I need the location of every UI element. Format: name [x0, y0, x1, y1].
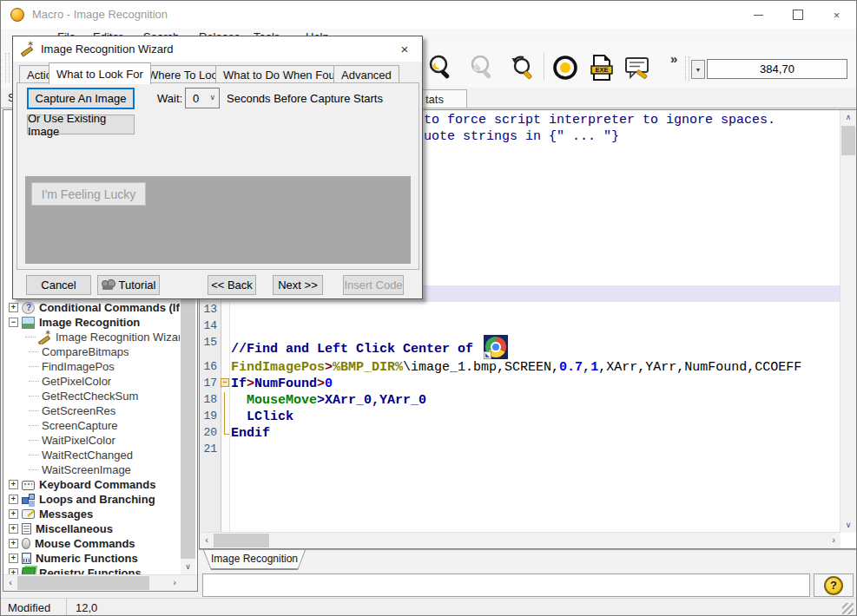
- editor-scroll-down-arrow[interactable]: ∨: [841, 518, 856, 533]
- tree-item[interactable]: GetPixelColor: [3, 374, 180, 389]
- code-line-14[interactable]: 14: [200, 318, 840, 335]
- fold-collapse-icon[interactable]: −: [221, 378, 229, 387]
- editor-scroll-left-arrow[interactable]: ‹: [200, 533, 214, 548]
- coord-toolbar-gripper[interactable]: [685, 56, 689, 81]
- feeling-lucky-button[interactable]: I'm Feeling Lucky: [31, 182, 146, 206]
- tree-item-label[interactable]: Loops and Branching: [39, 493, 155, 506]
- next-button[interactable]: Next >>: [273, 275, 323, 295]
- toolbar-gripper[interactable]: [5, 53, 10, 82]
- tree-scroll-left-arrow[interactable]: ‹: [3, 575, 17, 591]
- refind-image-button[interactable]: [507, 51, 540, 84]
- expand-icon[interactable]: +: [9, 495, 18, 504]
- help-button[interactable]: ?: [824, 576, 843, 595]
- editor-scroll-right-arrow[interactable]: ›: [827, 533, 841, 548]
- tab-what-to-look-for[interactable]: What to Look For: [49, 62, 151, 84]
- tree-item[interactable]: WaitScreenImage: [3, 462, 180, 477]
- tree-item[interactable]: +Keyboard Commands: [3, 477, 180, 492]
- dialog-close-button[interactable]: ×: [394, 40, 415, 59]
- tree-item-label[interactable]: Keyboard Commands: [39, 478, 155, 491]
- code-line-15[interactable]: 15//Find and Left Click Center of: [200, 335, 840, 359]
- tree-item[interactable]: +Numeric Functions: [3, 551, 180, 566]
- tree-item[interactable]: +Messages: [3, 507, 180, 521]
- tree-horizontal-scrollbar[interactable]: ‹ ›: [3, 574, 197, 591]
- tree-item[interactable]: +Conditional Commands (If...: [3, 300, 180, 315]
- tree-item[interactable]: Image Recognition Wizar: [3, 330, 180, 344]
- document-tab[interactable]: Image Recognition: [203, 550, 306, 570]
- coordinate-box[interactable]: 384,70: [707, 59, 847, 79]
- minimize-button[interactable]: [739, 1, 778, 29]
- tree-item[interactable]: −Image Recognition: [3, 315, 180, 330]
- expand-icon[interactable]: +: [9, 524, 18, 534]
- tutorial-button[interactable]: Tutorial: [97, 275, 160, 295]
- find-next-image-button[interactable]: [466, 51, 499, 84]
- find-image-button[interactable]: [425, 51, 458, 84]
- tree-item-label[interactable]: GetRectCheckSum: [42, 390, 138, 403]
- tab-fragment-stats[interactable]: tats: [423, 89, 467, 108]
- record-icon: [550, 52, 581, 83]
- editor-horizontal-scrollbar[interactable]: ‹ ›: [200, 532, 841, 548]
- tree-item-label[interactable]: Mouse Commands: [35, 537, 135, 550]
- tree-item[interactable]: +Mouse Commands: [3, 536, 180, 551]
- back-button[interactable]: << Back: [208, 275, 256, 295]
- use-existing-image-button[interactable]: Or Use Existing Image: [27, 115, 135, 134]
- tree-item[interactable]: CompareBitmaps: [3, 344, 180, 359]
- code-line-18[interactable]: 18 MouseMove>XArr_0,YArr_0: [200, 392, 840, 409]
- code-line-20[interactable]: 20Endif: [200, 425, 840, 442]
- tree-item-label[interactable]: GetPixelColor: [42, 375, 111, 388]
- code-line-17[interactable]: 17−If>NumFound>0: [200, 376, 840, 392]
- find-image-icon: [425, 52, 457, 83]
- editor-hscroll-thumb[interactable]: [214, 534, 269, 547]
- tree-item-label[interactable]: Conditional Commands (If...: [39, 301, 180, 314]
- resize-grip[interactable]: [842, 603, 854, 614]
- coord-dropdown-button[interactable]: ▼: [691, 60, 705, 79]
- record-button[interactable]: [549, 51, 582, 84]
- tree-item-label[interactable]: Miscellaneous: [36, 522, 113, 535]
- insert-code-button[interactable]: Insert Code: [343, 275, 404, 295]
- tree-item-label[interactable]: Image Recognition Wizar: [56, 331, 180, 344]
- tree-scroll-right-arrow[interactable]: ›: [168, 575, 181, 591]
- tree-item[interactable]: ScreenCapture: [3, 418, 180, 433]
- close-button[interactable]: ×: [817, 1, 856, 29]
- tab-advanced[interactable]: Advanced: [333, 65, 399, 83]
- expand-icon[interactable]: +: [9, 509, 18, 519]
- collapse-icon[interactable]: −: [9, 318, 18, 327]
- tree-scroll-down-arrow[interactable]: ∨: [181, 560, 195, 574]
- tree-item-label[interactable]: CompareBitmaps: [42, 345, 129, 358]
- tree-hscroll-thumb[interactable]: [17, 576, 149, 590]
- feedback-button[interactable]: [621, 51, 654, 84]
- tree-item[interactable]: WaitPixelColor: [3, 433, 180, 448]
- tree-item[interactable]: GetRectCheckSum: [3, 389, 180, 403]
- code-line-16[interactable]: 16FindImagePos>%BMP_DIR%\image_1.bmp,SCR…: [200, 359, 840, 376]
- compile-exe-icon: EXE: [585, 52, 616, 83]
- wait-dropdown[interactable]: 0 ∨: [185, 88, 220, 108]
- editor-vscroll-thumb[interactable]: [841, 126, 855, 155]
- toolbar-overflow-chevron[interactable]: »: [670, 51, 677, 66]
- expand-icon[interactable]: +: [9, 480, 18, 489]
- tree-item[interactable]: +Miscellaneous: [3, 521, 180, 536]
- editor-scroll-up-arrow[interactable]: ∧: [841, 110, 856, 125]
- capture-an-image-button[interactable]: Capture An Image: [27, 88, 135, 109]
- expand-icon[interactable]: +: [9, 554, 18, 563]
- tree-item-label[interactable]: WaitRectChanged: [42, 449, 133, 462]
- tree-item-label[interactable]: FindImagePos: [42, 360, 115, 373]
- tree-item[interactable]: FindImagePos: [3, 359, 180, 374]
- tree-item-label[interactable]: WaitPixelColor: [42, 434, 115, 447]
- compile-exe-button[interactable]: EXE: [584, 51, 617, 84]
- tree-item[interactable]: GetScreenRes: [3, 403, 180, 418]
- tree-item-label[interactable]: ScreenCapture: [42, 419, 117, 432]
- tree-item[interactable]: +Loops and Branching: [3, 492, 180, 507]
- editor-vertical-scrollbar[interactable]: ∧ ∨: [840, 110, 856, 533]
- tree-item-label[interactable]: GetScreenRes: [42, 404, 115, 417]
- tree-item-label[interactable]: WaitScreenImage: [42, 463, 131, 476]
- tree-item-label[interactable]: Numeric Functions: [36, 552, 138, 565]
- expand-icon[interactable]: +: [9, 303, 18, 312]
- code-line-13[interactable]: 13: [200, 302, 840, 318]
- code-line-19[interactable]: 19 LClick: [200, 409, 840, 425]
- tree-item[interactable]: WaitRectChanged: [3, 448, 180, 462]
- maximize-button[interactable]: [778, 1, 817, 29]
- tree-item-label[interactable]: Messages: [39, 508, 93, 521]
- expand-icon[interactable]: +: [9, 539, 18, 548]
- cancel-button[interactable]: Cancel: [26, 275, 91, 295]
- tree-item-label[interactable]: Image Recognition: [39, 316, 140, 329]
- code-line-21[interactable]: 21: [200, 442, 840, 458]
